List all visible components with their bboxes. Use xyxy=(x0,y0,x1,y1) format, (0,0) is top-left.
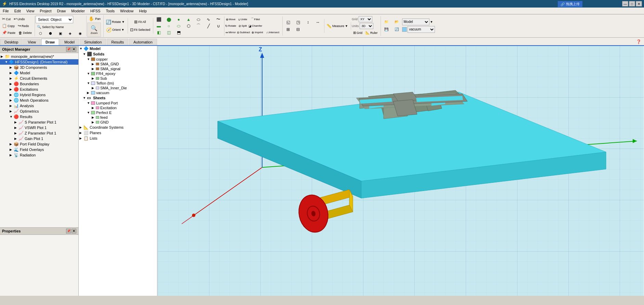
select-icon3[interactable]: ▣ xyxy=(55,31,65,36)
cone-icon[interactable]: ▲ xyxy=(184,16,193,23)
model-tree-item-fr4[interactable]: ▼ FR4_epoxy xyxy=(79,71,157,76)
select-by-name-button[interactable]: 🔍Select by Name xyxy=(36,24,73,30)
model-tree-item-gnd[interactable]: ▶ GND xyxy=(79,120,157,125)
design-item[interactable]: ▼ 🔷 HFSSDesign1 (DrivenTerminal) xyxy=(0,59,78,65)
line-icon[interactable]: ╱ xyxy=(204,23,213,29)
model-tree-item-sma-inner[interactable]: ▶ SMA_Inner_Die xyxy=(79,86,157,90)
fillet-button[interactable]: ⌒Fillet xyxy=(249,16,261,23)
tree-item-hybrid[interactable]: ▶ 🌐 Hybrid Regions xyxy=(0,92,78,98)
tab-draw[interactable]: Draw xyxy=(41,39,59,45)
close-button[interactable]: ✕ xyxy=(636,1,642,7)
model-tree-item-sub[interactable]: ▶ Sub xyxy=(79,76,157,81)
menu-file[interactable]: File xyxy=(0,8,12,14)
cut-button[interactable]: ✂Cut xyxy=(1,16,12,23)
model-tree-item-copper[interactable]: ▼ copper xyxy=(79,57,157,62)
select-icon1[interactable]: ⬡ xyxy=(36,31,45,36)
upload-button[interactable]: 🔗拖拽上传 xyxy=(558,1,582,7)
box-icon[interactable]: ⬛ xyxy=(154,16,164,23)
rect-icon[interactable]: ▬ xyxy=(154,23,164,29)
intersect-button[interactable]: ∩Intersect xyxy=(265,29,281,36)
menu-project[interactable]: Project xyxy=(37,8,54,14)
curve2-icon[interactable]: 〜 xyxy=(214,16,223,23)
tree-item-vswr[interactable]: ▶ 📈 VSWR Plot 1 xyxy=(0,125,78,130)
subtract-button[interactable]: ⊖Subtract xyxy=(236,29,250,36)
move-button[interactable]: ⊕Move xyxy=(225,16,236,23)
maximize-button[interactable]: □ xyxy=(629,1,635,7)
pan-button[interactable]: ✋Pan xyxy=(87,15,102,23)
model-tree-item-lumped-port[interactable]: ▼ Lumped Port xyxy=(79,101,157,105)
paste-button[interactable]: 📌Paste xyxy=(1,29,17,36)
transform2[interactable]: ◳ xyxy=(293,19,303,26)
new-model-icon[interactable]: 📁 xyxy=(382,19,391,25)
poly-icon[interactable]: ⬡ xyxy=(184,23,193,29)
model-tree-item-sma-signal[interactable]: ▶ SMA_signal xyxy=(79,66,157,71)
fit-selected-button[interactable]: ⊡Fit Selected xyxy=(129,26,152,34)
tree-item-field-overlays[interactable]: ▶ 🌊 Field Overlays xyxy=(0,147,78,152)
tree-item-circuit[interactable]: ▶ ⚡ Circuit Elements xyxy=(0,76,78,81)
tree-item-3d-components[interactable]: ▶ 📦 3D Components xyxy=(0,65,78,70)
tab-simulation[interactable]: Simulation xyxy=(80,39,106,45)
model-tree-item-perfect-e[interactable]: ▼ Perfect E xyxy=(79,110,157,115)
project-item[interactable]: ▶ 📁 monopole_antenna(new)* xyxy=(0,54,78,59)
grid-toggle[interactable]: ⊞Grid xyxy=(352,30,364,36)
model-tree-item-lists[interactable]: ▶ 📋 Lists xyxy=(79,136,157,141)
tab-desktop[interactable]: Desktop xyxy=(0,39,23,45)
menu-hfss[interactable]: HFSS xyxy=(88,8,103,14)
select-icon2[interactable]: ⬢ xyxy=(46,31,55,36)
model-tree-item-model[interactable]: ▼ 🔷 Model xyxy=(79,46,157,51)
model-tree-item-feed[interactable]: ▶ feed xyxy=(79,115,157,120)
transform1[interactable]: ◱ xyxy=(283,19,293,26)
extrude-icon[interactable]: ⬒ xyxy=(174,29,183,36)
undo-button[interactable]: ↩Undo xyxy=(12,16,26,23)
menu-edit[interactable]: Edit xyxy=(12,8,24,14)
arc-icon[interactable]: ∪ xyxy=(214,23,223,29)
props-close-button[interactable]: ✕ xyxy=(72,229,76,233)
model-tree-item-teflon[interactable]: ▼ Teflon (tm) xyxy=(79,81,157,86)
menu-tools[interactable]: Tools xyxy=(103,8,117,14)
tree-item-boundaries[interactable]: ▶ 🔴 Boundaries xyxy=(0,81,78,87)
menu-modeler[interactable]: Modeler xyxy=(68,8,88,14)
circle-icon[interactable]: ○ xyxy=(164,23,173,29)
viewport[interactable]: Z xyxy=(157,46,644,296)
model-tree-item-vacuum[interactable]: ▶ vacuum xyxy=(79,90,157,95)
delete-button[interactable]: 🗑Delete xyxy=(17,29,33,36)
model-tree-item-planes[interactable]: ▶ ⬜ Planes xyxy=(79,130,157,136)
grid-dropdown[interactable]: XY xyxy=(359,16,372,22)
tree-item-analysis[interactable]: ▶ 📊 Analysis xyxy=(0,103,78,109)
pin-button[interactable]: 📌 xyxy=(66,47,71,52)
material-icon1[interactable]: 💾 xyxy=(382,27,391,32)
curve1-icon[interactable]: ∿ xyxy=(204,16,213,23)
select-mode-dropdown[interactable]: Select: Object xyxy=(36,16,73,23)
cylinder-icon[interactable]: ⬤ xyxy=(164,16,173,23)
model-tree-item-solids[interactable]: ▼ ⬛ Solids xyxy=(79,51,157,57)
chamfer-button[interactable]: ◪Chamfer xyxy=(249,23,261,29)
tab-view[interactable]: View xyxy=(23,39,40,45)
split-button[interactable]: ⊘Split xyxy=(236,23,249,29)
model-tree-item-sheets[interactable]: ▼ ▭ Sheets xyxy=(79,95,157,101)
copy-button[interactable]: 📋Copy xyxy=(1,23,16,29)
select-icon5[interactable]: ◉ xyxy=(75,31,85,36)
open-model-icon[interactable]: 📂 xyxy=(392,19,401,25)
menu-view[interactable]: View xyxy=(24,8,37,14)
units-dropdown[interactable]: 3D xyxy=(360,23,373,29)
tree-item-s-param[interactable]: ▶ 📈 S Parameter Plot 1 xyxy=(0,119,78,125)
tree-item-model[interactable]: ▶ 🔷 Model xyxy=(0,70,78,76)
material-icon2[interactable]: 🔄 xyxy=(392,27,401,32)
imprint-button[interactable]: ⊕Imprint xyxy=(250,29,264,36)
ellipse-icon[interactable]: ⬭ xyxy=(174,23,183,29)
shell-icon[interactable]: ◫ xyxy=(164,29,173,36)
tab-model[interactable]: Model xyxy=(60,39,79,45)
tree-item-optimetrics[interactable]: ▶ 📈 Optimetrics xyxy=(0,109,78,114)
transform5[interactable]: ⊞ xyxy=(283,26,293,33)
sweep-icon[interactable]: ◧ xyxy=(154,29,164,36)
fit-all-button[interactable]: ⊞Fit All xyxy=(129,18,152,26)
model-dropdown[interactable]: Model xyxy=(402,18,429,25)
minimize-button[interactable]: — xyxy=(622,1,628,7)
unite-button[interactable]: ∪Unite xyxy=(236,16,249,23)
tree-item-radiation[interactable]: ▶ 📡 Radiation xyxy=(0,152,78,158)
redo-button[interactable]: ↪Redo xyxy=(16,23,30,29)
material-dropdown[interactable]: vacuum xyxy=(408,26,435,33)
transform4[interactable]: ↔ xyxy=(313,19,323,26)
torus-icon[interactable]: ⬭ xyxy=(194,16,203,23)
props-pin-button[interactable]: 📌 xyxy=(66,229,71,233)
